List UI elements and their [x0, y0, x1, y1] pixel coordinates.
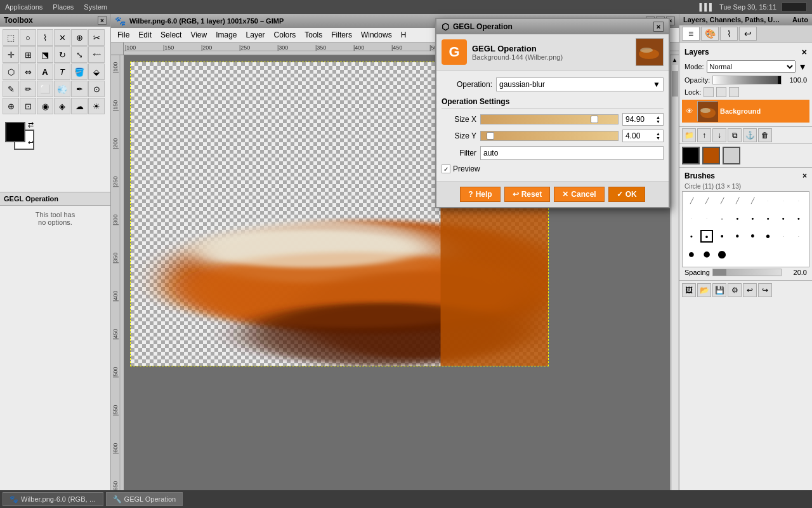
tool-perspective-clone[interactable]: ⊡	[20, 98, 36, 114]
tool-ellipse-select[interactable]: ○	[20, 29, 36, 46]
menu-filters[interactable]: Filters	[327, 29, 356, 41]
tool-flip[interactable]: ⇔	[20, 64, 36, 80]
menu-file[interactable]: File	[114, 29, 133, 41]
raise-layer-btn[interactable]: ↑	[697, 128, 711, 142]
tool-blend[interactable]: ⬙	[88, 64, 105, 80]
delete-layer-btn[interactable]: 🗑	[758, 128, 772, 142]
brush-item[interactable]: •	[777, 212, 790, 225]
brush-item[interactable]: ●	[685, 248, 698, 260]
tool-paintbrush[interactable]: ✏	[20, 81, 36, 97]
size-x-slider[interactable]	[480, 114, 619, 124]
brush-item[interactable]	[731, 248, 743, 260]
tool-dodge[interactable]: ☀	[88, 98, 105, 114]
panel-mid-color[interactable]	[702, 147, 720, 164]
tab-undo[interactable]: ↩	[739, 27, 757, 41]
brush-item[interactable]: ·	[777, 230, 790, 243]
size-y-spinbox[interactable]: 4.00 ▲ ▼	[622, 130, 664, 142]
undo-btn[interactable]: ↩	[743, 283, 757, 297]
system-menu[interactable]: System	[84, 3, 107, 11]
filter-input[interactable]: auto	[480, 146, 664, 160]
size-y-down-arrow[interactable]: ▼	[656, 136, 660, 140]
brush-item[interactable]: •	[716, 230, 728, 243]
brush-item[interactable]	[762, 248, 775, 260]
tool-text[interactable]: A	[37, 64, 53, 80]
panel-bg-color[interactable]	[723, 147, 740, 164]
brush-item[interactable]: •	[762, 212, 775, 225]
open-btn[interactable]: 📂	[697, 283, 711, 297]
spacing-slider[interactable]	[712, 269, 782, 276]
brushes-section-close[interactable]: ×	[802, 171, 807, 180]
tab-channels[interactable]: 🎨	[701, 27, 719, 41]
lower-layer-btn[interactable]: ↓	[712, 128, 726, 142]
brush-item[interactable]: •	[716, 212, 728, 225]
tool-scissors[interactable]: ✂	[88, 29, 105, 46]
tool-perspective[interactable]: ⬡	[3, 64, 19, 80]
cancel-button[interactable]: ✕ Cancel	[554, 187, 604, 202]
tool-clone[interactable]: ⊙	[88, 81, 105, 97]
size-y-arrows[interactable]: ▲ ▼	[656, 131, 660, 140]
reset-button[interactable]: ↩ Reset	[504, 187, 551, 202]
brush-item[interactable]	[777, 248, 790, 260]
tool-by-color-select[interactable]: ⊕	[71, 29, 88, 46]
tool-shear[interactable]: ⬳	[88, 46, 105, 63]
size-x-down-arrow[interactable]: ▼	[656, 119, 660, 124]
menu-windows[interactable]: Windows	[357, 29, 396, 41]
save-btn[interactable]: 💾	[712, 283, 726, 297]
opacity-slider[interactable]	[712, 76, 782, 84]
menu-edit[interactable]: Edit	[134, 29, 155, 41]
ok-button[interactable]: ✓ OK	[608, 187, 645, 202]
size-y-slider[interactable]	[480, 131, 619, 141]
size-y-up-arrow[interactable]: ▲	[656, 131, 660, 136]
brush-item[interactable]: •	[685, 230, 698, 243]
brush-item[interactable]: ·	[792, 194, 805, 207]
tool-fuzzy-select[interactable]: ✕	[54, 29, 70, 46]
help-button[interactable]: ? Help	[460, 187, 500, 202]
scroll-up-button[interactable]: ▲	[672, 57, 678, 64]
script-btn[interactable]: ⚙	[728, 283, 742, 297]
mode-dropdown-arrow[interactable]: ▼	[798, 62, 807, 72]
vertical-scrollbar[interactable]: ▲ ▼	[670, 55, 679, 500]
layers-section-close[interactable]: ×	[802, 47, 807, 57]
new-layer-group-btn[interactable]: 📁	[682, 128, 696, 142]
tab-layers[interactable]: ≡	[682, 27, 700, 41]
menu-help[interactable]: H	[397, 29, 410, 41]
menu-layer[interactable]: Layer	[242, 29, 269, 41]
tool-pencil[interactable]: ✎	[3, 81, 19, 97]
redo-btn[interactable]: ↪	[758, 283, 772, 297]
menu-colors[interactable]: Colors	[270, 29, 300, 41]
mode-select[interactable]: Normal Dissolve Multiply	[707, 60, 796, 73]
brush-item[interactable]: ●	[700, 248, 713, 260]
tool-blur[interactable]: ◉	[37, 98, 53, 114]
lock-paint-checkbox[interactable]	[716, 87, 726, 97]
swap-colors-icon[interactable]: ⇄	[28, 121, 34, 129]
menu-select[interactable]: Select	[157, 29, 185, 41]
tool-ink[interactable]: ✒	[71, 81, 88, 97]
scrollbar-track[interactable]	[672, 65, 678, 491]
tool-sharpen[interactable]: ◈	[54, 98, 70, 114]
brush-item[interactable]	[792, 248, 805, 260]
operation-dropdown[interactable]: gaussian-blur ▼	[496, 77, 664, 91]
brush-item[interactable]: ·	[792, 230, 805, 243]
brush-item[interactable]: •	[747, 212, 759, 225]
lock-move-checkbox[interactable]	[729, 87, 739, 97]
menu-view[interactable]: View	[187, 29, 211, 41]
applications-menu[interactable]: Applications	[5, 3, 43, 11]
places-menu[interactable]: Places	[53, 3, 74, 11]
layer-visibility-toggle[interactable]: 👁	[684, 106, 695, 116]
brush-item-selected[interactable]: •	[700, 230, 713, 243]
reset-colors-icon[interactable]: ↩	[28, 138, 34, 147]
brush-item[interactable]: •	[731, 230, 743, 243]
tool-airbrush[interactable]: 💨	[54, 81, 70, 97]
brush-item[interactable]: ╱	[716, 194, 728, 207]
brush-item[interactable]: •	[792, 212, 805, 225]
brush-item[interactable]	[747, 248, 759, 260]
menu-image[interactable]: Image	[212, 29, 240, 41]
layer-background[interactable]: 👁 Background	[682, 100, 809, 123]
taskbar-item-gegl[interactable]: 🔧 GEGL Operation	[106, 492, 183, 506]
size-x-arrows[interactable]: ▲ ▼	[656, 115, 660, 124]
lock-alpha-checkbox[interactable]	[704, 87, 714, 97]
brush-item[interactable]: •	[731, 212, 743, 225]
brush-item[interactable]: ╱	[700, 194, 713, 207]
brush-item[interactable]: •	[762, 230, 775, 243]
tool-move[interactable]: ✛	[3, 46, 19, 63]
